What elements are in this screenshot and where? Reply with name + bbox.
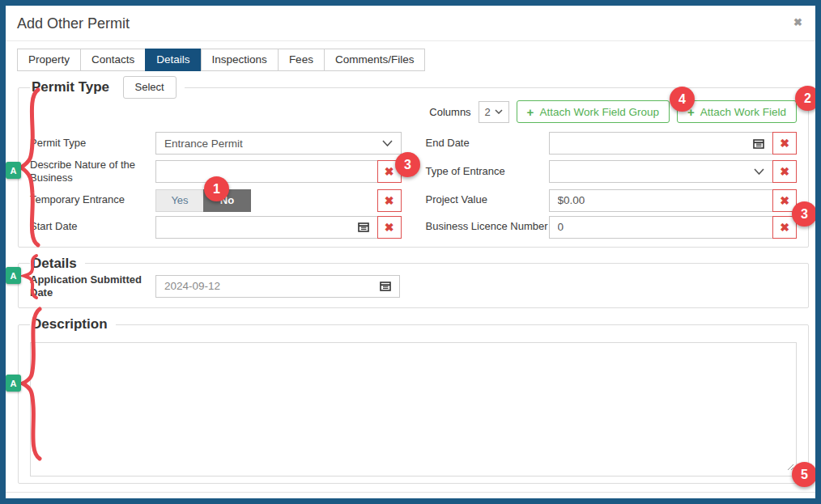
columns-label: Columns: [429, 106, 470, 118]
next-button[interactable]: Next: [767, 498, 810, 504]
remove-end-date-button[interactable]: ✖: [772, 132, 797, 155]
field-row-permit-type: Permit Type Entrance Permit: [30, 132, 402, 155]
description-legend-text: Description: [32, 316, 108, 332]
field-row-end-date: End Date ✖: [426, 132, 798, 155]
start-date-label: Start Date: [30, 220, 155, 233]
plus-icon: +: [527, 106, 534, 118]
remove-icon: ✖: [385, 165, 394, 178]
columns-select[interactable]: 2: [479, 101, 509, 123]
attach-work-field-button[interactable]: + Attach Work Field: [677, 100, 797, 123]
chevron-down-icon: [495, 109, 503, 114]
toggle-no-button[interactable]: No: [203, 189, 251, 212]
close-icon[interactable]: ✖: [792, 15, 804, 29]
calendar-icon[interactable]: [358, 222, 369, 232]
temporary-entrance-toggle: Yes No: [155, 189, 251, 212]
temporary-entrance-label: Temporary Entrance: [30, 193, 155, 206]
project-value-value: $0.00: [558, 194, 585, 206]
tab-comments-files[interactable]: Comments/Files: [324, 49, 426, 71]
permit-type-section: Permit Type Select Columns 2 + Attach Wo…: [18, 76, 809, 248]
details-legend: Details: [30, 256, 85, 272]
field-row-describe-nature: Describe Nature of the Business ✖: [30, 159, 402, 185]
columns-value: 2: [484, 106, 490, 118]
application-submitted-date-value: 2024-09-12: [164, 280, 220, 292]
modal-header: Add Other Permit ✖: [6, 6, 815, 41]
remove-business-licence-button[interactable]: ✖: [772, 216, 797, 239]
remove-icon: ✖: [385, 194, 394, 207]
attach-work-field-label: Attach Work Field: [700, 106, 786, 118]
business-licence-label: Business Licence Number: [426, 220, 549, 233]
description-textarea[interactable]: [30, 342, 797, 476]
remove-icon: ✖: [780, 194, 789, 207]
remove-icon: ✖: [780, 221, 789, 234]
attach-work-field-group-label: Attach Work Field Group: [539, 106, 659, 118]
remove-icon: ✖: [780, 137, 789, 150]
tab-bar: Property Contacts Details Inspections Fe…: [17, 49, 804, 71]
select-permit-type-button[interactable]: Select: [123, 76, 177, 99]
tab-fees[interactable]: Fees: [278, 49, 325, 71]
field-row-business-licence: Business Licence Number 0 ✖: [426, 216, 798, 239]
permit-type-legend-text: Permit Type: [32, 79, 109, 95]
remove-icon: ✖: [385, 221, 394, 234]
field-row-project-value: Project Value $0.00 ✖: [426, 189, 798, 212]
remove-icon: ✖: [780, 165, 789, 178]
permit-fields-grid: Permit Type Entrance Permit End Date: [30, 132, 797, 239]
permit-type-field-label: Permit Type: [30, 137, 155, 150]
add-other-permit-modal: Add Other Permit ✖ Property Contacts Det…: [0, 0, 821, 504]
back-button[interactable]: Back: [714, 498, 759, 504]
field-row-type-of-entrance: Type of Entrance ✖: [426, 159, 798, 185]
modal-footer: Back Next: [6, 492, 815, 504]
chevron-down-icon: [754, 168, 764, 175]
business-licence-input[interactable]: 0: [549, 216, 774, 239]
project-value-label: Project Value: [426, 193, 549, 206]
remove-describe-nature-button[interactable]: ✖: [377, 160, 402, 183]
application-submitted-date-input[interactable]: 2024-09-12: [155, 275, 400, 298]
details-legend-text: Details: [32, 256, 77, 271]
describe-nature-input[interactable]: [155, 160, 378, 183]
end-date-label: End Date: [426, 137, 549, 150]
remove-project-value-button[interactable]: ✖: [772, 189, 797, 212]
remove-start-date-button[interactable]: ✖: [377, 216, 402, 239]
resize-handle[interactable]: [786, 460, 794, 474]
permit-type-select-value: Entrance Permit: [164, 138, 243, 150]
project-value-input[interactable]: $0.00: [549, 189, 774, 212]
field-row-application-submitted-date: Application Submitted Date 2024-09-12: [30, 273, 797, 300]
end-date-input[interactable]: [549, 132, 774, 155]
details-section: Details Application Submitted Date 2024-…: [18, 256, 809, 309]
remove-temporary-entrance-button[interactable]: ✖: [377, 189, 402, 212]
tab-details[interactable]: Details: [145, 49, 201, 71]
application-submitted-date-label: Application Submitted Date: [30, 273, 155, 300]
business-licence-value: 0: [558, 221, 564, 233]
chevron-down-icon: [382, 140, 393, 146]
calendar-icon[interactable]: [753, 138, 764, 149]
start-date-input[interactable]: [155, 216, 378, 239]
plus-icon: +: [687, 106, 695, 118]
attach-work-field-group-button[interactable]: + Attach Work Field Group: [517, 100, 670, 123]
tab-inspections[interactable]: Inspections: [201, 49, 279, 71]
description-section: Description: [18, 316, 809, 484]
tab-contacts[interactable]: Contacts: [80, 49, 146, 71]
description-legend: Description: [30, 316, 116, 332]
field-row-temporary-entrance: Temporary Entrance Yes No ✖: [30, 189, 402, 212]
type-of-entrance-select[interactable]: [549, 160, 774, 183]
type-of-entrance-label: Type of Entrance: [426, 165, 549, 178]
calendar-icon[interactable]: [380, 281, 391, 291]
field-row-start-date: Start Date ✖: [30, 216, 402, 239]
modal-title: Add Other Permit: [17, 15, 130, 32]
permit-type-select[interactable]: Entrance Permit: [155, 132, 402, 155]
permit-type-legend: Permit Type Select: [30, 76, 185, 99]
tab-property[interactable]: Property: [17, 49, 81, 71]
permit-toolbar: Columns 2 + Attach Work Field Group + At…: [30, 100, 797, 123]
toggle-yes-button[interactable]: Yes: [155, 189, 203, 212]
remove-type-of-entrance-button[interactable]: ✖: [772, 160, 797, 183]
describe-nature-label: Describe Nature of the Business: [30, 159, 155, 185]
